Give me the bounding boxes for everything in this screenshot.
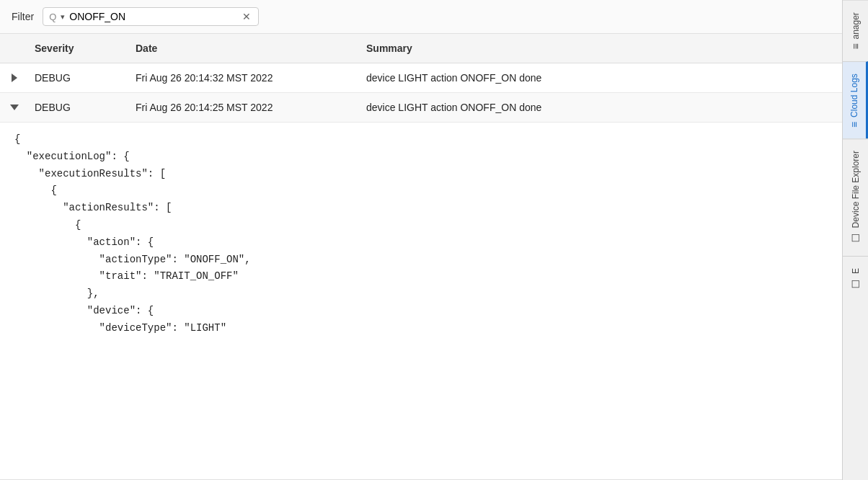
expand-col-header — [0, 40, 29, 57]
row-1-severity: DEBUG — [29, 63, 130, 92]
sidebar-tab-manager[interactable]: ≡ anager — [843, 0, 868, 61]
clear-filter-button[interactable]: ✕ — [241, 12, 252, 22]
main-content: Filter Q ▾ ✕ Severity Date Summary DEBUG… — [0, 0, 842, 480]
manager-label: anager — [851, 12, 861, 39]
json-line: "actionType": "ONOFF_ON", — [14, 252, 828, 269]
sidebar-tab-device-file-explorer[interactable]: ☐ Device File Explorer — [843, 138, 868, 255]
filter-input[interactable] — [69, 11, 236, 22]
severity-col-header: Severity — [29, 40, 130, 57]
extra-icon: ☐ — [850, 278, 862, 290]
json-expanded-content: { "executionLog": { "executionResults": … — [0, 123, 842, 480]
json-line: "executionLog": { — [14, 148, 828, 166]
json-line: "actionResults": [ — [14, 200, 828, 217]
json-line: "trait": "TRAIT_ON_OFF" — [14, 268, 828, 285]
expand-row-1-button[interactable] — [0, 65, 29, 91]
search-icon: Q — [49, 12, 56, 22]
json-line: { — [14, 131, 828, 148]
filter-input-wrapper: Q ▾ ✕ — [43, 7, 259, 26]
arrow-down-icon — [10, 105, 19, 110]
row-2-severity: DEBUG — [29, 93, 130, 122]
filter-label: Filter — [12, 11, 34, 22]
table-row: DEBUG Fri Aug 26 20:14:32 MST 2022 devic… — [0, 63, 842, 93]
row-1-summary: device LIGHT action ONOFF_ON done — [360, 63, 842, 92]
date-col-header: Date — [130, 40, 360, 57]
json-line: }, — [14, 285, 828, 303]
summary-col-header: Summary — [360, 40, 842, 57]
json-line: "action": { — [14, 234, 828, 252]
cloud-logs-icon: ≡ — [849, 121, 860, 127]
right-sidebar: ≡ anager ≡ Cloud Logs ☐ Device File Expl… — [842, 0, 868, 480]
manager-icon: ≡ — [850, 43, 862, 49]
json-line: { — [14, 217, 828, 234]
json-line: "deviceType": "LIGHT" — [14, 320, 828, 337]
sidebar-tab-cloud-logs[interactable]: ≡ Cloud Logs — [843, 61, 868, 139]
row-2-summary: device LIGHT action ONOFF_ON done — [360, 93, 842, 122]
extra-label: E — [851, 268, 861, 274]
json-line: "device": { — [14, 303, 828, 320]
sidebar-tab-extra[interactable]: ☐ E — [843, 256, 868, 301]
expand-row-2-button[interactable] — [0, 96, 29, 119]
chevron-down-icon: ▾ — [61, 12, 65, 22]
device-file-explorer-icon: ☐ — [850, 233, 862, 244]
arrow-right-icon — [12, 74, 17, 82]
json-line: "executionResults": [ — [14, 166, 828, 183]
table-row-expanded: DEBUG Fri Aug 26 20:14:25 MST 2022 devic… — [0, 93, 842, 123]
filter-bar: Filter Q ▾ ✕ — [0, 0, 842, 34]
cloud-logs-label: Cloud Logs — [849, 74, 859, 117]
row-1-date: Fri Aug 26 20:14:32 MST 2022 — [130, 63, 360, 92]
table-header: Severity Date Summary — [0, 34, 842, 63]
device-file-explorer-label: Device File Explorer — [851, 151, 861, 228]
json-line: { — [14, 182, 828, 200]
row-2-date: Fri Aug 26 20:14:25 MST 2022 — [130, 93, 360, 122]
